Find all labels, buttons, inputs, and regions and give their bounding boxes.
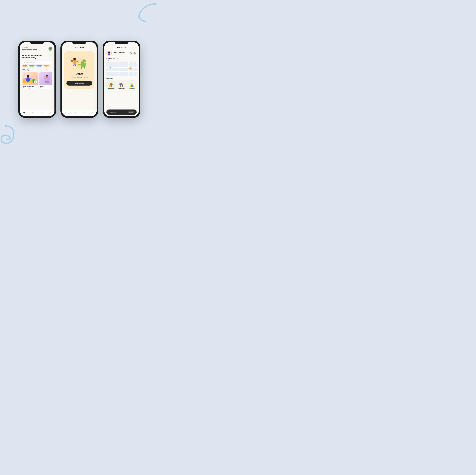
p1-card1-badge: 👍: [34, 81, 37, 84]
tag-room[interactable]: Room: [22, 65, 28, 67]
p3-cleaner-actions: 💬 📞: [129, 52, 137, 55]
p1-nav-settings[interactable]: [32, 111, 34, 114]
p3-facility-wash-icon: [129, 82, 135, 88]
p2-illustration: [69, 54, 90, 70]
p1-card1-image: ★ ✦ 👍: [22, 72, 38, 85]
p3-facility-wash[interactable]: Deep wash: [127, 80, 137, 90]
svg-point-18: [46, 75, 48, 76]
p3-status-dot: [106, 58, 107, 59]
profile-icon-2: [91, 111, 93, 114]
p2-back-home-button[interactable]: Back to home: [67, 81, 92, 86]
p3-done-service-button[interactable]: Done service $ 75.30: [106, 110, 137, 115]
svg-line-1: [24, 63, 25, 63]
p3-map: [106, 62, 137, 76]
svg-text:★: ★: [33, 74, 34, 75]
p1-bottom-nav: [20, 110, 54, 116]
p1-card-2[interactable]: Room Deep c...: [39, 72, 52, 89]
p2-nav-home[interactable]: [65, 111, 68, 114]
p1-category-header: Category See more →: [22, 69, 52, 71]
svg-point-32: [75, 66, 76, 67]
p2-oops-card: Oops! You don't have any order yet Back …: [64, 51, 94, 89]
svg-point-39: [85, 60, 85, 61]
p3-chat-button[interactable]: 💬: [129, 52, 133, 55]
home-icon: [23, 111, 25, 114]
p1-card1-title: Room service pro: [23, 86, 36, 87]
svg-rect-35: [71, 60, 73, 62]
phone1-notch: [30, 41, 44, 44]
p3-facility-vacuum-label: Deep vacum: [119, 88, 124, 89]
deep-vacuum-illustration: [119, 82, 124, 87]
calendar-icon-2: [83, 111, 85, 114]
p2-nav-calendar[interactable]: [83, 111, 85, 114]
p3-map-route: [106, 62, 137, 76]
svg-point-7: [27, 75, 29, 77]
p3-cleaner-info: Luffy D. Mongkey Profesional cleaner: [113, 52, 128, 55]
p3-status-row: On the way 35 min: [106, 57, 137, 59]
p2-nav-profile[interactable]: [91, 111, 93, 114]
svg-rect-26: [73, 61, 76, 64]
phone2-notch: [72, 41, 86, 44]
svg-rect-55: [122, 84, 123, 85]
p3-map-end: [128, 67, 132, 70]
svg-point-49: [130, 67, 131, 68]
settings-icon-2: [74, 111, 76, 114]
search-icon: [24, 62, 25, 63]
svg-point-28: [73, 58, 76, 60]
p2-oops-title: Oops!: [76, 73, 83, 75]
p1-nav-home[interactable]: [23, 111, 25, 114]
p3-location-text: Yogyakarta, Indonesia: [106, 59, 137, 60]
p3-facility-vacuum[interactable]: Deep vacum: [117, 80, 126, 90]
map-cleaner-icon: [129, 67, 132, 70]
p2-bottom-nav: [62, 110, 97, 116]
phone3-notch: [114, 41, 129, 44]
p3-facility-clean-icon: [108, 82, 114, 88]
p1-card2-title: Room: [40, 86, 52, 87]
svg-rect-43: [83, 112, 85, 113]
p3-header-title: Your service: [106, 47, 137, 49]
p1-greeting: Hello Elsa,: [22, 52, 52, 54]
p1-see-more[interactable]: See more →: [46, 69, 52, 71]
p3-facility-clean[interactable]: Deep clean: [106, 80, 116, 90]
svg-rect-3: [23, 79, 25, 83]
p1-avatar: 🐠: [49, 47, 52, 51]
calendar-icon: [40, 111, 43, 114]
profile-icon: [49, 111, 51, 114]
p3-cleaner-name: Luffy D. Mongkey: [113, 52, 128, 54]
p1-card-1[interactable]: ★ ✦ 👍 Room service pro Deep clea: [22, 72, 38, 89]
p1-header: My location ↓ Yogyakarta, Indonesia 🐠: [22, 47, 52, 51]
svg-line-8: [25, 78, 26, 80]
phone-home: My location ↓ Yogyakarta, Indonesia 🐠 He…: [18, 41, 56, 118]
p1-search-bar[interactable]: Search services: [22, 61, 52, 64]
svg-rect-54: [120, 84, 122, 85]
p2-nav-settings[interactable]: [74, 111, 76, 114]
tag-kitchen[interactable]: Kitchen: [29, 65, 35, 67]
p3-cleaner-avatar: [106, 51, 112, 56]
deep-wash-illustration: [129, 82, 135, 87]
p3-cleaner-row: Luffy D. Mongkey Profesional cleaner 💬 📞: [106, 51, 137, 56]
p1-nav-calendar[interactable]: [40, 111, 43, 114]
svg-point-24: [50, 112, 51, 113]
tag-parking[interactable]: Parking: [43, 65, 50, 67]
phone-service-detail: Your service Luffy D. Mongkey Profesiona…: [103, 41, 140, 118]
p3-call-button[interactable]: 📞: [133, 52, 137, 55]
p3-facilities-grid: Deep clean De: [106, 80, 137, 90]
svg-rect-52: [111, 85, 112, 87]
svg-line-9: [30, 78, 32, 80]
svg-line-41: [84, 66, 85, 68]
svg-rect-20: [41, 112, 42, 113]
svg-point-19: [33, 112, 33, 113]
p1-tags: Room Kitchen Garden Parking: [22, 65, 52, 67]
p1-nav-profile[interactable]: [49, 111, 51, 114]
phones-container: My location ↓ Yogyakarta, Indonesia 🐠 He…: [18, 41, 140, 118]
p3-facilities-title: Facilities: [106, 77, 137, 79]
p1-location-city: Yogyakarta, Indonesia: [22, 48, 37, 50]
cleaner-avatar-illustration: [107, 51, 111, 55]
tag-garden[interactable]: Garden: [36, 65, 42, 67]
p1-category-title: Category: [22, 69, 29, 71]
svg-point-0: [24, 62, 25, 63]
svg-point-56: [120, 85, 121, 87]
p1-card2-subtitle: Deep c...: [40, 87, 52, 88]
svg-point-14: [32, 80, 34, 81]
p3-facility-clean-label: Deep clean: [108, 88, 114, 89]
p3-facility-vacuum-icon: [119, 82, 124, 88]
